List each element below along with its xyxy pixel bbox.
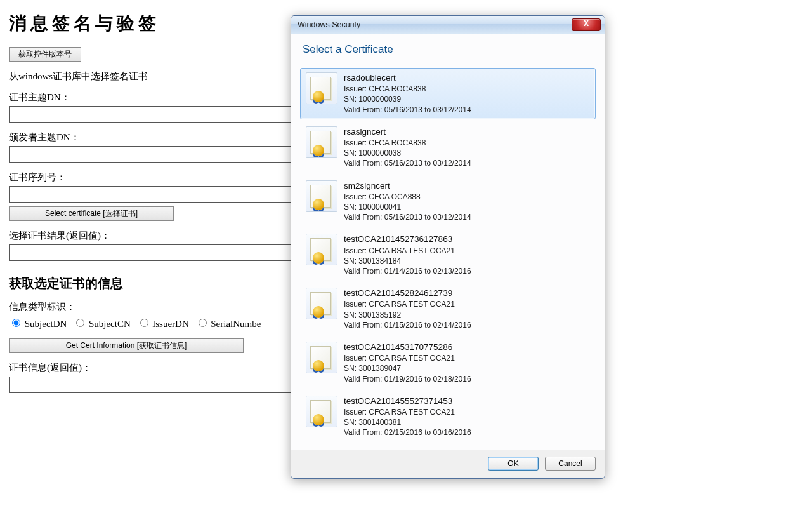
certificate-issuer: Issuer: CFCA RSA TEST OCA21 xyxy=(344,299,471,309)
certificate-valid: Valid From: 05/16/2013 to 03/12/2014 xyxy=(344,105,471,115)
certificate-item[interactable]: rsadoublecertIssuer: CFCA ROCA838SN: 100… xyxy=(300,68,596,119)
radio-option[interactable]: IssuerDN xyxy=(137,319,189,329)
serial-input[interactable] xyxy=(9,186,294,203)
close-icon[interactable]: X xyxy=(572,18,601,31)
certificate-icon xyxy=(306,180,337,212)
certificate-item[interactable]: rsasigncertIssuer: CFCA ROCA838SN: 10000… xyxy=(300,122,596,173)
certificate-sn: SN: 1000000038 xyxy=(344,148,471,158)
cert-info-input[interactable] xyxy=(9,377,294,393)
certificate-valid: Valid From: 01/14/2016 to 02/13/2016 xyxy=(344,266,471,276)
subject-dn-input[interactable] xyxy=(9,106,294,123)
certificate-item[interactable]: testOCA2101455527371453Issuer: CFCA RSA … xyxy=(300,391,596,443)
ok-button[interactable]: OK xyxy=(488,457,539,471)
radio-option[interactable]: SubjectDN xyxy=(9,319,67,329)
certificate-icon xyxy=(306,234,337,265)
dialog-body: Select a Certificate rsadoublecertIssuer… xyxy=(291,34,605,450)
certificate-sn: SN: 3001400381 xyxy=(344,417,471,427)
certificate-name: sm2signcert xyxy=(344,180,471,192)
certificate-issuer: Issuer: CFCA ROCA838 xyxy=(344,84,471,94)
certificate-icon xyxy=(306,72,337,104)
certificate-text: testOCA2101455527371453Issuer: CFCA RSA … xyxy=(344,396,471,438)
certificate-issuer: Issuer: CFCA RSA TEST OCA21 xyxy=(344,353,471,363)
certificate-valid: Valid From: 01/15/2016 to 02/14/2016 xyxy=(344,320,471,330)
certificate-text: rsasigncertIssuer: CFCA ROCA838SN: 10000… xyxy=(344,126,471,169)
cancel-button[interactable]: Cancel xyxy=(545,457,596,471)
radio-input[interactable] xyxy=(140,319,148,327)
certificate-icon xyxy=(306,288,337,319)
certificate-list: rsadoublecertIssuer: CFCA ROCA838SN: 100… xyxy=(300,64,596,442)
certificate-sn: SN: 3001389047 xyxy=(344,363,471,373)
certificate-text: testOCA2101452824612739Issuer: CFCA RSA … xyxy=(344,288,471,330)
certificate-icon xyxy=(306,396,337,427)
certificate-issuer: Issuer: CFCA OCA888 xyxy=(344,192,471,202)
certificate-icon xyxy=(306,342,337,373)
certificate-item[interactable]: testOCA2101452824612739Issuer: CFCA RSA … xyxy=(300,283,596,335)
certificate-name: testOCA2101452736127863 xyxy=(344,234,471,245)
select-certificate-button[interactable]: Select certificate [选择证书] xyxy=(9,206,174,221)
certificate-valid: Valid From: 05/16/2013 to 03/12/2014 xyxy=(344,212,471,222)
certificate-name: rsadoublecert xyxy=(344,72,471,84)
certificate-sn: SN: 1000000039 xyxy=(344,94,471,104)
certificate-issuer: Issuer: CFCA ROCA838 xyxy=(344,138,471,148)
certificate-text: testOCA2101452736127863Issuer: CFCA RSA … xyxy=(344,234,471,276)
certificate-name: testOCA2101455527371453 xyxy=(344,396,471,407)
dialog-titlebar[interactable]: Windows Security X xyxy=(291,16,605,34)
radio-input[interactable] xyxy=(76,319,84,327)
certificate-text: sm2signcertIssuer: CFCA OCA888SN: 100000… xyxy=(344,180,471,223)
radio-option[interactable]: SubjectCN xyxy=(73,319,131,329)
certificate-issuer: Issuer: CFCA RSA TEST OCA21 xyxy=(344,246,471,256)
get-cert-info-button[interactable]: Get Cert Information [获取证书信息] xyxy=(9,338,244,353)
dialog-heading: Select a Certificate xyxy=(300,41,596,64)
certificate-text: testOCA2101453170775286Issuer: CFCA RSA … xyxy=(344,342,471,384)
certificate-item[interactable]: sm2signcertIssuer: CFCA OCA888SN: 100000… xyxy=(300,176,596,227)
select-result-input[interactable] xyxy=(9,244,294,261)
certificate-valid: Valid From: 05/16/2013 to 03/12/2014 xyxy=(344,158,471,168)
certificate-item[interactable]: testOCA2101452736127863Issuer: CFCA RSA … xyxy=(300,229,596,281)
radio-input[interactable] xyxy=(12,319,20,327)
dialog-footer: OK Cancel xyxy=(291,450,605,478)
certificate-item[interactable]: testOCA2101453170775286Issuer: CFCA RSA … xyxy=(300,337,596,389)
certificate-name: testOCA2101452824612739 xyxy=(344,288,471,299)
windows-security-dialog: Windows Security X Select a Certificate … xyxy=(291,15,605,479)
certificate-sn: SN: 3001385192 xyxy=(344,310,471,320)
certificate-sn: SN: 1000000041 xyxy=(344,202,471,212)
certificate-name: testOCA2101453170775286 xyxy=(344,342,471,353)
certificate-valid: Valid From: 02/15/2016 to 03/16/2016 xyxy=(344,427,471,438)
issuer-dn-input[interactable] xyxy=(9,146,294,163)
get-version-button[interactable]: 获取控件版本号 xyxy=(9,47,81,62)
certificate-sn: SN: 3001384184 xyxy=(344,256,471,266)
certificate-name: rsasigncert xyxy=(344,126,471,138)
radio-input[interactable] xyxy=(199,319,207,327)
certificate-valid: Valid From: 01/19/2016 to 02/18/2016 xyxy=(344,374,471,384)
certificate-issuer: Issuer: CFCA RSA TEST OCA21 xyxy=(344,407,471,417)
certificate-text: rsadoublecertIssuer: CFCA ROCA838SN: 100… xyxy=(344,72,471,115)
radio-option[interactable]: SerialNumbe xyxy=(195,319,261,329)
dialog-title: Windows Security xyxy=(298,20,360,29)
certificate-icon xyxy=(306,126,337,158)
